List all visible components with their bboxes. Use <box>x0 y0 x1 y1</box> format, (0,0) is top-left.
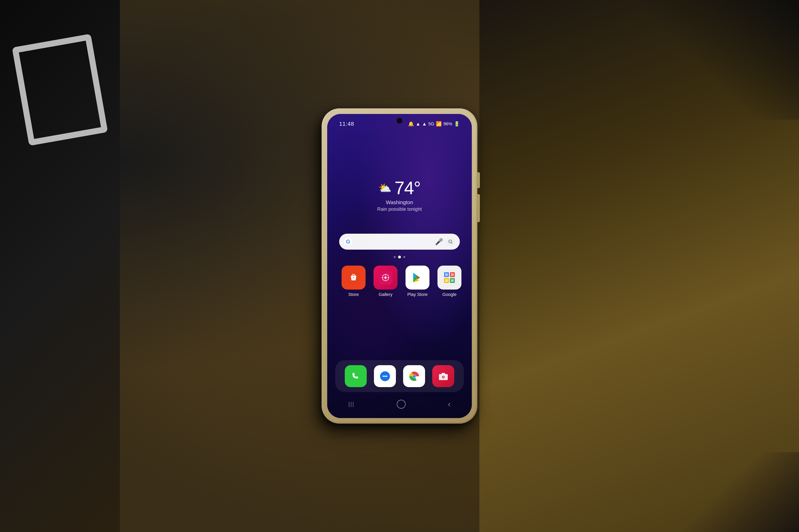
google-letter: G <box>346 239 350 245</box>
app-grid: Store <box>340 266 459 297</box>
svg-line-1 <box>451 243 452 244</box>
phone-body: 11:48 🔔 ▲ ▲ 5G 📶 96% 🔋 ⛅ 74° Washington <box>322 108 477 424</box>
svg-rect-14 <box>445 279 448 282</box>
svg-point-2 <box>450 241 451 242</box>
google-icon <box>437 266 461 289</box>
back-button[interactable]: ‹ <box>448 399 451 409</box>
playstore-label: Play Store <box>407 292 428 297</box>
google-search-bar[interactable]: G 🎤 <box>339 234 460 250</box>
power-button[interactable] <box>477 172 480 188</box>
google-label: Google <box>442 292 457 297</box>
phone-icon <box>345 365 367 387</box>
bg-corner-tr <box>639 0 799 120</box>
app-item-google[interactable]: Google <box>435 266 464 297</box>
svg-point-26 <box>442 376 444 378</box>
battery-icon: 🔋 <box>454 121 460 127</box>
gallery-label: Gallery <box>379 292 393 297</box>
weather-location: Washington <box>377 200 422 206</box>
battery-percent: 96% <box>443 121 452 127</box>
svg-rect-27 <box>442 373 445 374</box>
app-item-store[interactable]: Store <box>340 266 367 297</box>
status-time: 11:48 <box>339 121 354 127</box>
wifi-icon: ▲ <box>422 121 427 127</box>
search-bar-container: G 🎤 <box>339 234 460 250</box>
status-icons: 🔔 ▲ ▲ 5G 📶 96% 🔋 <box>408 121 460 127</box>
lens-search-icon[interactable] <box>446 237 455 246</box>
dock-app-messages[interactable] <box>374 365 396 387</box>
alert-icon: ▲ <box>416 121 420 127</box>
weather-description: Rain possible tonight <box>377 206 422 212</box>
svg-point-18 <box>384 376 386 377</box>
phone-screen: 11:48 🔔 ▲ ▲ 5G 📶 96% 🔋 ⛅ 74° Washington <box>327 114 472 418</box>
svg-rect-13 <box>451 273 454 276</box>
svg-point-17 <box>382 376 384 377</box>
bg-corner-br <box>679 452 799 532</box>
svg-point-7 <box>384 277 387 279</box>
recents-button[interactable]: ||| <box>348 401 355 407</box>
app-dock <box>335 360 464 392</box>
signal-label: 5G <box>429 121 434 127</box>
voice-search-icon[interactable]: 🎤 <box>435 238 443 245</box>
store-label: Store <box>348 292 359 297</box>
weather-temperature: 74° <box>395 178 420 198</box>
navigation-bar: ||| ‹ <box>327 396 472 412</box>
dock-app-phone[interactable] <box>345 365 367 387</box>
signal-bars: 📶 <box>436 121 442 127</box>
bg-bracket <box>12 34 108 146</box>
gallery-icon <box>374 266 398 289</box>
app-item-playstore[interactable]: Play Store <box>403 266 432 297</box>
camera-notch <box>397 118 402 124</box>
phone-wrapper: 11:48 🔔 ▲ ▲ 5G 📶 96% 🔋 ⛅ 74° Washington <box>322 108 477 424</box>
store-icon <box>342 266 365 289</box>
playstore-icon <box>405 266 430 289</box>
volume-button[interactable] <box>477 194 480 222</box>
page-dots <box>394 255 405 259</box>
svg-rect-15 <box>451 279 454 282</box>
weather-icon: ⛅ <box>379 182 392 194</box>
camera-icon <box>432 365 454 387</box>
home-button[interactable] <box>397 400 406 409</box>
weather-widget[interactable]: ⛅ 74° Washington Rain possible tonight <box>377 178 422 212</box>
page-dot-2[interactable] <box>398 255 401 259</box>
svg-point-23 <box>413 375 416 378</box>
page-dot-3[interactable] <box>403 256 405 258</box>
dock-app-chrome[interactable] <box>403 365 425 387</box>
svg-rect-12 <box>445 273 448 276</box>
google-g-logo: G <box>344 238 352 246</box>
svg-rect-4 <box>352 278 355 278</box>
notification-icon: 🔔 <box>408 121 414 127</box>
app-item-gallery[interactable]: Gallery <box>371 266 399 297</box>
dock-app-camera[interactable] <box>432 365 454 387</box>
page-dot-1[interactable] <box>394 256 396 258</box>
chrome-icon <box>403 365 425 387</box>
messages-icon <box>374 365 396 387</box>
svg-point-19 <box>386 376 387 377</box>
